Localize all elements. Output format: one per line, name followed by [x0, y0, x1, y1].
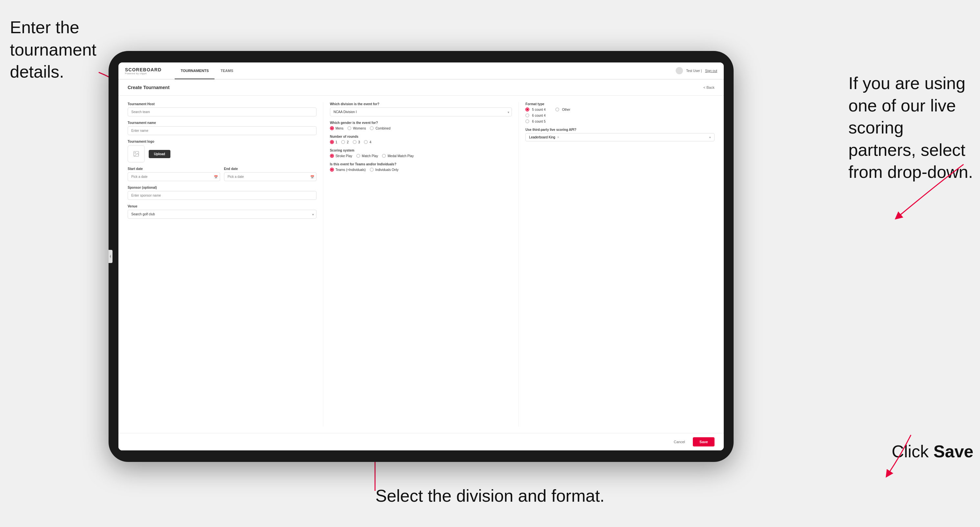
form-header: Create Tournament Back: [118, 79, 724, 96]
round-4-label: 4: [369, 140, 371, 144]
round-2-radio[interactable]: [341, 140, 345, 144]
gender-radio-group: Mens Womens Combined: [330, 126, 512, 130]
sponsor-input[interactable]: [128, 191, 317, 200]
start-date-label: Start date: [128, 167, 220, 171]
format-type-left: 5 count 4 6 count 4 6 count 5: [525, 108, 546, 123]
live-scoring-group: Use third-party live scoring API? Leader…: [525, 128, 714, 141]
tablet-screen: SCOREBOARD Powered by clippit TOURNAMENT…: [118, 62, 724, 451]
format-other[interactable]: Other: [555, 108, 570, 111]
round-2[interactable]: 2: [341, 140, 349, 144]
format-5count4[interactable]: 5 count 4: [525, 108, 546, 111]
format-5count4-radio[interactable]: [525, 108, 529, 111]
end-date-label: End date: [224, 167, 317, 171]
round-3[interactable]: 3: [353, 140, 360, 144]
live-scoring-tag: Leaderboard King ×: [529, 135, 559, 139]
format-5count4-label: 5 count 4: [532, 108, 546, 111]
venue-select[interactable]: Search golf club: [128, 210, 317, 219]
form-body: Tournament Host Tournament name Tourname…: [118, 96, 724, 433]
upload-button[interactable]: Upload: [149, 150, 170, 158]
end-date-input[interactable]: [224, 172, 317, 181]
annotation-enter-details: Enter the tournament details.: [10, 16, 102, 83]
sign-out-link[interactable]: Sign out: [705, 69, 717, 73]
scoring-label: Scoring system: [330, 149, 512, 152]
scoring-medal-match[interactable]: Medal Match Play: [382, 154, 414, 158]
format-6count4[interactable]: 6 count 4: [525, 113, 546, 117]
event-teams-radio[interactable]: [330, 168, 334, 171]
gender-mens[interactable]: Mens: [330, 126, 344, 130]
gender-label: Which gender is the event for?: [330, 121, 512, 125]
round-1[interactable]: 1: [330, 140, 337, 144]
event-individuals[interactable]: Individuals Only: [370, 168, 399, 171]
scoring-match-radio[interactable]: [356, 154, 360, 158]
live-scoring-chevron-icon: ▾: [709, 136, 711, 139]
tournament-host-input[interactable]: [128, 108, 317, 116]
scoring-stroke-radio[interactable]: [330, 154, 334, 158]
rounds-label: Number of rounds: [330, 135, 512, 138]
nav-user-area: Test User | Sign out: [676, 67, 717, 74]
form-footer: Cancel Save: [118, 433, 724, 451]
tournament-name-label: Tournament name: [128, 121, 317, 125]
tournament-logo-group: Tournament logo Upload: [128, 140, 317, 162]
event-individuals-radio[interactable]: [370, 168, 374, 171]
date-row: Start date End date: [128, 167, 317, 181]
rounds-radio-group: 1 2 3: [330, 140, 512, 144]
sponsor-label: Sponsor (optional): [128, 186, 317, 189]
live-scoring-label: Use third-party live scoring API?: [525, 128, 714, 132]
save-button[interactable]: Save: [693, 437, 714, 446]
event-teams-label: Teams (+Individuals): [336, 168, 366, 171]
tab-teams[interactable]: TEAMS: [215, 63, 239, 79]
back-button[interactable]: Back: [703, 86, 714, 89]
gender-combined-label: Combined: [375, 127, 390, 130]
start-date-input[interactable]: [128, 172, 220, 181]
tournament-name-input[interactable]: [128, 126, 317, 135]
division-select[interactable]: NCAA Division I: [330, 108, 512, 116]
nav-bar: SCOREBOARD Powered by clippit TOURNAMENT…: [118, 62, 724, 79]
annotation-click-save: Click Save: [891, 441, 974, 463]
scoring-stroke-label: Stroke Play: [336, 154, 352, 158]
format-other-radio[interactable]: [555, 108, 559, 111]
annotation-live-scoring: If you are using one of our live scoring…: [848, 72, 974, 183]
nav-tabs: TOURNAMENTS TEAMS: [175, 62, 239, 79]
format-6count5-radio[interactable]: [525, 119, 529, 123]
round-4-radio[interactable]: [364, 140, 368, 144]
start-date-wrapper: [128, 172, 220, 181]
round-2-label: 2: [347, 140, 349, 144]
user-avatar: [676, 67, 683, 74]
round-1-radio[interactable]: [330, 140, 334, 144]
cancel-button[interactable]: Cancel: [669, 437, 689, 446]
scoring-match[interactable]: Match Play: [356, 154, 378, 158]
format-type-right: Other: [555, 108, 570, 111]
form-title: Create Tournament: [128, 85, 169, 90]
gender-combined[interactable]: Combined: [370, 126, 390, 130]
round-3-radio[interactable]: [353, 140, 356, 144]
annotation-save-label: Save: [934, 442, 974, 461]
event-type-label: Is this event for Teams and/or Individua…: [330, 162, 512, 166]
format-other-label: Other: [562, 108, 570, 111]
format-6count4-radio[interactable]: [525, 113, 529, 117]
format-6count4-label: 6 count 4: [532, 114, 546, 117]
scoring-stroke[interactable]: Stroke Play: [330, 154, 352, 158]
logo-placeholder: [128, 145, 145, 162]
form-col-right: Format type 5 count 4 6 count: [519, 102, 714, 426]
scoring-medal-match-label: Medal Match Play: [388, 154, 414, 158]
scoring-medal-match-radio[interactable]: [382, 154, 386, 158]
gender-combined-radio[interactable]: [370, 126, 374, 130]
format-type-group: Format type 5 count 4 6 count: [525, 102, 714, 123]
event-teams[interactable]: Teams (+Individuals): [330, 168, 366, 171]
live-scoring-clear[interactable]: ×: [557, 135, 559, 139]
format-6count5[interactable]: 6 count 5: [525, 119, 546, 123]
event-type-group: Is this event for Teams and/or Individua…: [330, 162, 512, 171]
main-content: Create Tournament Back Tournament Host: [118, 79, 724, 451]
annotation-division-format: Select the division and format.: [375, 485, 605, 507]
gender-womens[interactable]: Womens: [347, 126, 366, 130]
gender-mens-radio[interactable]: [330, 126, 334, 130]
round-4[interactable]: 4: [364, 140, 371, 144]
venue-select-wrapper: Search golf club: [128, 210, 317, 219]
logo-text: SCOREBOARD: [125, 67, 162, 72]
gender-womens-radio[interactable]: [347, 126, 352, 130]
sponsor-group: Sponsor (optional): [128, 186, 317, 200]
event-individuals-label: Individuals Only: [375, 168, 399, 171]
logo-upload-area: Upload: [128, 145, 317, 162]
tab-tournaments[interactable]: TOURNAMENTS: [175, 63, 215, 79]
live-scoring-select[interactable]: Leaderboard King × ▾: [525, 133, 714, 141]
